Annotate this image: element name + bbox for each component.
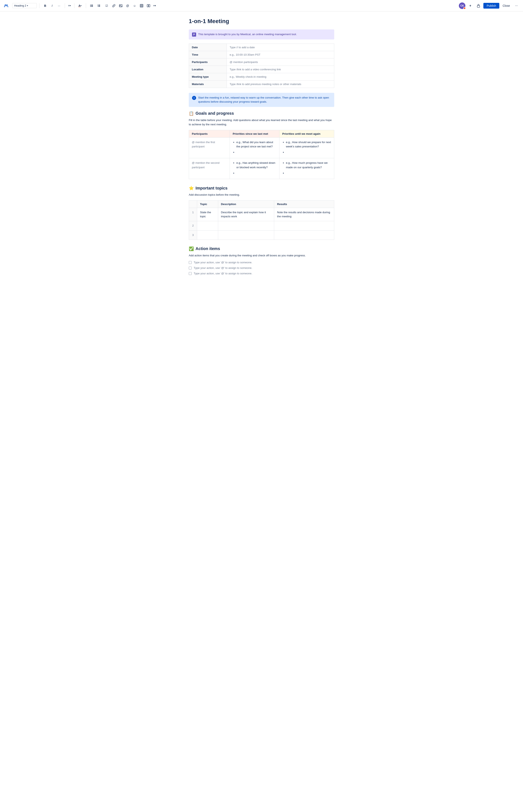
topics-cell-description[interactable]: Describe the topic and explain how it im…	[218, 208, 274, 221]
goals-table-row: @ mention the second participant e.g., H…	[189, 158, 334, 179]
goals-emoji: 📋	[189, 111, 194, 116]
align-button[interactable]: ≡ ▾	[68, 2, 72, 9]
goals-participant[interactable]: @ mention the second participant	[189, 158, 230, 179]
priority-item: e.g., How should we prepare for next wee…	[286, 140, 331, 149]
svg-text:3.: 3.	[97, 6, 98, 7]
meeting-info-row: Date Type // to add a date	[189, 44, 334, 51]
action-item: Type your action, use '@' to assign to s…	[189, 266, 334, 269]
topics-cell-description[interactable]	[218, 221, 274, 230]
meeting-info-value[interactable]: e.g., 10:00-10:30am PST	[227, 51, 334, 58]
action-item-text[interactable]: Type your action, use '@' to assign to s…	[194, 266, 252, 269]
meeting-info-value[interactable]: Type /link to add a video conferencing l…	[227, 66, 334, 73]
priority-empty-item	[286, 150, 331, 155]
mention-button[interactable]: @	[124, 2, 131, 9]
meeting-info-value[interactable]: Type // to add a date	[227, 44, 334, 51]
svg-point-5	[90, 6, 91, 7]
actions-emoji: ✅	[189, 246, 194, 251]
action-checkbox-1[interactable]	[189, 261, 192, 264]
actions-heading-text: Action items	[196, 246, 220, 251]
priority-item: e.g., Has anything slowed down or blocke…	[236, 161, 276, 170]
meeting-info-label: Location	[189, 66, 227, 73]
topics-table-row: 1 State the topic Describe the topic and…	[189, 208, 334, 221]
checkbox-button[interactable]: ☑	[104, 2, 110, 9]
template-notice-text: This template is brought to you by Meeti…	[198, 32, 297, 36]
numbered-list-button[interactable]: 1. 2. 3.	[95, 2, 102, 9]
goals-col-participants: Participants	[189, 130, 230, 137]
heading-selector[interactable]: Heading 2 ▾	[12, 3, 37, 8]
more-insert-button[interactable]: +▾	[152, 2, 157, 9]
svg-point-1	[90, 4, 91, 5]
priority-empty-item	[236, 171, 276, 175]
actions-description: Add action items that you create during …	[189, 253, 334, 258]
link-button[interactable]	[110, 2, 117, 9]
svg-rect-22	[477, 5, 480, 7]
topics-row-num: 3	[189, 230, 197, 240]
avatar[interactable]: CK	[459, 2, 465, 9]
text-color-button[interactable]: A ▾	[77, 2, 83, 9]
topics-cell-description[interactable]	[218, 230, 274, 240]
meeting-info-value[interactable]: Type /link to add previous meeting notes…	[227, 81, 334, 88]
svg-rect-21	[149, 4, 150, 7]
table-button[interactable]	[138, 2, 145, 9]
app-logo[interactable]	[3, 3, 9, 8]
topics-heading-text: Important topics	[196, 186, 228, 191]
topics-table-row: 3	[189, 230, 334, 240]
goals-until[interactable]: e.g., How much progress have we made on …	[279, 158, 334, 179]
add-collaborator-button[interactable]: +	[467, 2, 473, 9]
text-format-group: B I ···	[42, 2, 62, 9]
topics-col-num	[189, 200, 197, 208]
action-item: Type your action, use '@' to assign to s…	[189, 261, 334, 264]
goals-participant[interactable]: @ mention the first participant	[189, 137, 230, 158]
topics-emoji: ⭐	[189, 186, 194, 191]
lock-button[interactable]	[475, 2, 482, 9]
more-options-button[interactable]: ···	[513, 2, 520, 9]
page-title[interactable]: 1-on-1 Meeting	[189, 18, 334, 24]
topics-col-topic: Topic	[197, 200, 218, 208]
priority-empty-item	[236, 150, 276, 155]
svg-rect-12	[98, 6, 100, 7]
meeting-info-row: Materials Type /link to add previous mee…	[189, 81, 334, 88]
topics-col-desc: Description	[218, 200, 274, 208]
close-button[interactable]: Close	[501, 3, 511, 8]
action-item-text[interactable]: Type your action, use '@' to assign to s…	[194, 261, 252, 264]
topics-cell-results[interactable]: Note the results and decisions made duri…	[274, 208, 334, 221]
image-button[interactable]	[118, 2, 124, 9]
meeting-info-table: Date Type // to add a date Time e.g., 10…	[189, 43, 334, 88]
columns-button[interactable]	[145, 2, 152, 9]
publish-button[interactable]: Publish	[483, 3, 499, 8]
topics-cell-topic[interactable]	[197, 230, 218, 240]
goals-since[interactable]: e.g., What did you learn about the proje…	[230, 137, 279, 158]
topics-table: Topic Description Results 1 State the to…	[189, 200, 334, 240]
bold-button[interactable]: B	[42, 2, 49, 9]
action-item-text[interactable]: Type your action, use '@' to assign to s…	[194, 272, 252, 275]
topics-cell-results[interactable]	[274, 230, 334, 240]
meeting-info-value[interactable]: @ mention participants	[227, 58, 334, 66]
heading-selector-label: Heading 2	[14, 4, 26, 7]
template-notice: P This template is brought to you by Mee…	[189, 30, 334, 39]
action-checkbox-2[interactable]	[189, 267, 192, 269]
topics-cell-results[interactable]	[274, 221, 334, 230]
goals-until[interactable]: e.g., How should we prepare for next wee…	[279, 137, 334, 158]
topics-row-num: 2	[189, 221, 197, 230]
toolbar: Heading 2 ▾ B I ··· ≡ ▾ A ▾	[0, 0, 523, 12]
topics-cell-topic[interactable]: State the topic	[197, 208, 218, 221]
emoji-button[interactable]: ☺	[131, 2, 138, 9]
priority-item: e.g., What did you learn about the proje…	[236, 140, 276, 149]
meeting-info-row: Location Type /link to add a video confe…	[189, 66, 334, 73]
main-content: 1-on-1 Meeting P This template is brough…	[184, 12, 339, 294]
meeting-info-label: Date	[189, 44, 227, 51]
goals-heading-text: Goals and progress	[196, 111, 234, 116]
italic-button[interactable]: I	[49, 2, 55, 9]
warmup-tip-text: Start the meeting in a fun, relaxed way …	[198, 96, 331, 104]
topics-description: Add discussion topics before the meeting…	[189, 193, 334, 197]
topics-cell-topic[interactable]	[197, 221, 218, 230]
action-checkbox-3[interactable]	[189, 272, 192, 275]
goals-since[interactable]: e.g., Has anything slowed down or blocke…	[230, 158, 279, 179]
meeting-info-value[interactable]: e.g., Weekly check-in meeting	[227, 73, 334, 81]
more-text-button[interactable]: ···	[56, 2, 62, 9]
priority-item: e.g., How much progress have we made on …	[286, 161, 331, 170]
meeting-info-row: Time e.g., 10:00-10:30am PST	[189, 51, 334, 58]
meeting-info-label: Meeting type	[189, 73, 227, 81]
bullet-list-button[interactable]	[88, 2, 95, 9]
meeting-info-label: Participants	[189, 58, 227, 66]
